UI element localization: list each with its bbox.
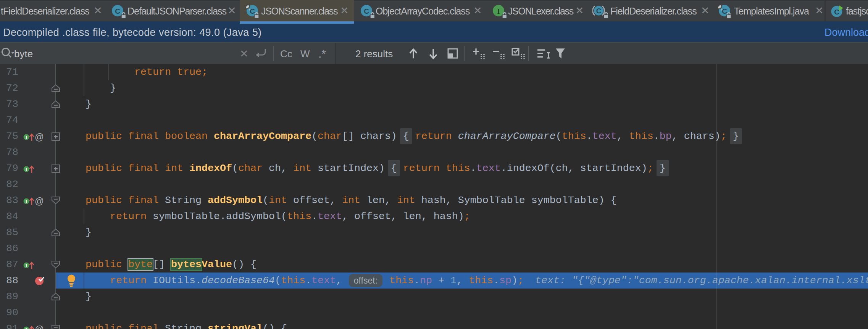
svg-text:C: C	[722, 7, 727, 15]
svg-text:I: I	[25, 263, 27, 268]
svg-text:I: I	[25, 327, 27, 329]
svg-text:@: @	[35, 324, 44, 329]
svg-text:I: I	[25, 134, 27, 140]
svg-text:C: C	[250, 7, 255, 15]
svg-text:I: I	[25, 166, 27, 172]
svg-text:I: I	[25, 198, 27, 204]
svg-text:C: C	[834, 8, 839, 16]
svg-text:@: @	[35, 132, 44, 142]
svg-text:C: C	[115, 7, 120, 15]
svg-text:C: C	[364, 7, 369, 15]
svg-text:C: C	[596, 7, 602, 15]
svg-text:@: @	[35, 196, 44, 206]
svg-text:I: I	[497, 7, 500, 15]
